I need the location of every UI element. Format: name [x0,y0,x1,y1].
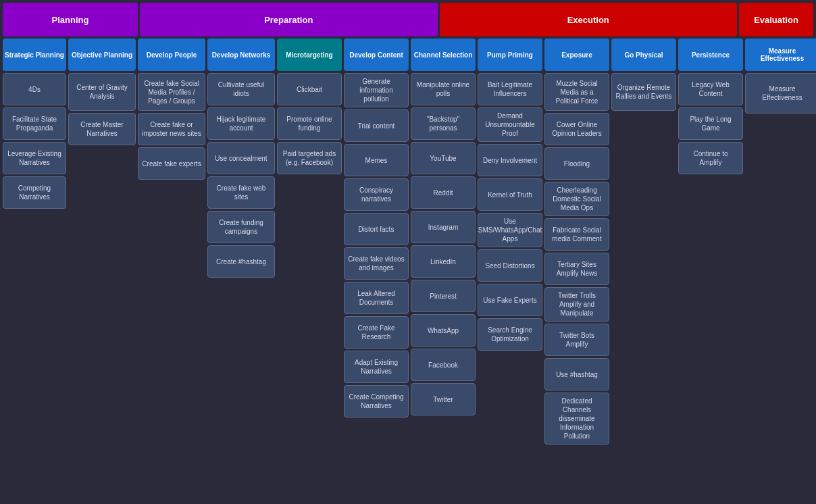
col-measure-effectiveness: Measure Effectiveness [745,73,816,114]
card-use-fake-experts: Use Fake Experts [478,284,542,316]
card-twitter-bots: Twitter Bots Amplify [544,324,609,356]
col-objective-planning: Center of Gravity Analysis Create Master… [68,73,136,145]
card-facebook: Facebook [411,349,476,381]
sh-measure-effectiveness: Measure Effectiveness [745,39,816,71]
card-instagram: Instagram [411,211,476,243]
card-kernel-truth: Kernel of Truth [478,178,542,211]
col-develop-content: Generate information pollution Trial con… [344,73,409,418]
card-fabricate-comment: Fabricate Social media Comment [544,218,609,251]
card-clickbait: Clickbait [277,73,342,105]
card-leak-docs: Leak Altered Documents [344,282,409,314]
col-develop-networks: Cultivate useful idiots Hijack legitimat… [207,73,275,278]
card-hashtag-networks: Create #hashtag [207,245,275,278]
card-conspiracy: Conspiracy narratives [344,178,409,211]
sh-develop-networks: Develop Networks [207,39,275,71]
col-persistence: Legacy Web Content Play the Long Game Co… [678,73,743,174]
card-deny-involvement: Deny Involvement [478,144,542,176]
card-cower-opinion: Cower Online Opinion Leaders [544,113,609,145]
card-sms-apps: Use SMS/WhatsApp/Chat Apps [478,213,542,247]
card-cheerleading: Cheerleading Domestic Social Media Ops [544,182,609,216]
sh-strategic-planning: Strategic Planning [3,39,66,71]
content-row: 4Ds Facilitate State Propaganda Leverage… [3,73,813,445]
card-fake-videos: Create fake videos and images [344,247,409,280]
card-adapt-narratives: Adapt Existing Narratives [344,351,409,383]
header-row: Planning Preparation Execution Evaluatio… [3,3,813,36]
header-preparation: Preparation [140,3,438,36]
card-fake-experts: Create fake experts [138,147,205,180]
card-distort-facts: Distort facts [344,213,409,245]
header-evaluation: Evaluation [739,3,813,36]
card-fake-websites: Create fake web sites [207,176,275,209]
card-4ds: 4Ds [3,73,66,105]
card-competing: Competing Narratives [3,176,66,209]
sh-exposure: Exposure [544,39,609,71]
card-legacy-web: Legacy Web Content [678,73,743,105]
card-paid-ads: Paid targeted ads (e.g. Facebook) [277,142,342,174]
card-trial-content: Trial content [344,109,409,142]
sh-develop-people: Develop People [138,39,205,71]
card-dedicated-channels: Dedicated Channels disseminate Informati… [544,393,609,445]
card-pinterest: Pinterest [411,280,476,312]
subheader-row: Strategic Planning Objective Planning De… [3,39,813,71]
card-hijack-account: Hijack legitimate account [207,107,275,140]
col-develop-people: Create fake Social Media Profiles / Page… [138,73,205,180]
col-exposure: Muzzle Social Media as a Political Force… [544,73,609,445]
header-planning: Planning [3,3,138,36]
card-fake-research: Create Fake Research [344,316,409,349]
card-youtube: YouTube [411,142,476,174]
card-funding-campaigns: Create funding campaigns [207,211,275,243]
card-measure-effectiveness: Measure Effectiveness [745,73,816,114]
card-tertiary-sites: Tertiary Sites Amplify News [544,253,609,285]
card-useful-idiots: Cultivate useful idiots [207,73,275,105]
card-seed-distortions: Seed Distortions [478,249,542,282]
sh-microtargeting: Microtargeting [277,39,342,71]
card-organize-rallies: Organize Remote Rallies and Events [611,73,676,111]
sh-go-physical: Go Physical [611,39,676,71]
card-use-hashtag-exposure: Use #hashtag [544,358,609,390]
card-unsurmountable-proof: Demand Unsurmountable Proof [478,107,542,142]
card-manipulate-polls: Manipulate online polls [411,73,476,105]
card-memes: Memes [344,144,409,176]
col-pump-priming: Bait Legitimate Influencers Demand Unsur… [478,73,542,351]
card-twitter: Twitter [411,383,476,415]
card-info-pollution: Generate information pollution [344,73,409,107]
col-strategic-planning: 4Ds Facilitate State Propaganda Leverage… [3,73,66,209]
page: Planning Preparation Execution Evaluatio… [0,0,816,447]
card-center-gravity: Center of Gravity Analysis [68,73,136,111]
card-twitter-trolls: Twitter Trolls Amplify and Manipulate [544,287,609,322]
card-muzzle-social: Muzzle Social Media as a Political Force [544,73,609,111]
card-facilitate: Facilitate State Propaganda [3,107,66,140]
card-linkedin: LinkedIn [411,245,476,278]
card-concealment: Use concealment [207,142,275,174]
col-microtargeting: Clickbait Promote online funding Paid ta… [277,73,342,174]
header-execution: Execution [440,3,738,36]
card-fake-profiles: Create fake Social Media Profiles / Page… [138,73,205,111]
card-play-long-game: Play the Long Game [678,107,743,140]
card-leverage: Leverage Existing Narratives [3,142,66,174]
card-seo: Search Engine Optimization [478,318,542,351]
card-fake-news-sites: Create fake or imposter news sites [138,113,205,145]
sh-objective-planning: Objective Planning [68,39,136,71]
sh-channel-selection: Channel Selection [411,39,476,71]
sh-develop-content: Develop Content [344,39,409,71]
card-reddit: Reddit [411,176,476,209]
card-master-narratives: Create Master Narratives [68,113,136,145]
card-bait-influencers: Bait Legitimate Influencers [478,73,542,105]
card-whatsapp-channel: WhatsApp [411,314,476,347]
card-flooding: Flooding [544,147,609,180]
card-competing-narratives-content: Create Competing Narratives [344,385,409,418]
col-go-physical: Organize Remote Rallies and Events [611,73,676,111]
card-continue-amplify: Continue to Amplify [678,142,743,174]
sh-persistence: Persistence [678,39,743,71]
card-backstop-personas: "Backstop" personas [411,107,476,140]
sh-pump-priming: Pump Priming [478,39,542,71]
col-channel-selection: Manipulate online polls "Backstop" perso… [411,73,476,415]
card-online-funding: Promote online funding [277,107,342,140]
